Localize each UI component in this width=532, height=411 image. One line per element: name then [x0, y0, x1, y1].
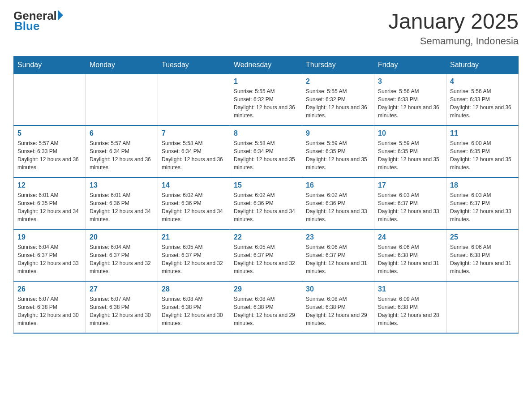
day-info: Sunrise: 6:07 AMSunset: 6:38 PMDaylight:…: [90, 295, 154, 327]
day-info: Sunrise: 6:06 AMSunset: 6:37 PMDaylight:…: [306, 243, 370, 275]
day-number: 5: [17, 129, 82, 137]
day-number: 8: [234, 129, 298, 137]
calendar-week-row: 5Sunrise: 5:57 AMSunset: 6:33 PMDaylight…: [14, 125, 519, 177]
day-of-week-header: Monday: [86, 56, 158, 74]
day-info: Sunrise: 6:01 AMSunset: 6:36 PMDaylight:…: [90, 191, 154, 223]
day-info: Sunrise: 6:02 AMSunset: 6:36 PMDaylight:…: [306, 191, 370, 223]
day-number: 17: [378, 181, 442, 189]
calendar-cell: 23Sunrise: 6:06 AMSunset: 6:37 PMDayligh…: [302, 229, 374, 281]
day-number: 20: [90, 233, 154, 241]
calendar-week-row: 12Sunrise: 6:01 AMSunset: 6:35 PMDayligh…: [14, 177, 519, 229]
calendar-cell: 27Sunrise: 6:07 AMSunset: 6:38 PMDayligh…: [86, 281, 158, 333]
calendar-cell: 9Sunrise: 5:59 AMSunset: 6:35 PMDaylight…: [302, 125, 374, 177]
day-info: Sunrise: 6:01 AMSunset: 6:35 PMDaylight:…: [17, 191, 82, 223]
calendar-cell: 24Sunrise: 6:06 AMSunset: 6:38 PMDayligh…: [374, 229, 446, 281]
calendar-week-row: 1Sunrise: 5:55 AMSunset: 6:32 PMDaylight…: [14, 74, 519, 126]
calendar-cell: 22Sunrise: 6:05 AMSunset: 6:37 PMDayligh…: [230, 229, 302, 281]
day-info: Sunrise: 6:03 AMSunset: 6:37 PMDaylight:…: [450, 191, 515, 223]
day-of-week-header: Tuesday: [158, 56, 230, 74]
day-number: 29: [234, 285, 298, 293]
day-number: 1: [234, 77, 298, 86]
calendar-cell: 2Sunrise: 5:55 AMSunset: 6:32 PMDaylight…: [302, 74, 374, 126]
day-number: 27: [90, 285, 154, 293]
calendar-cell: [158, 74, 230, 126]
day-number: 14: [162, 181, 226, 189]
calendar-cell: 12Sunrise: 6:01 AMSunset: 6:35 PMDayligh…: [14, 177, 86, 229]
calendar-cell: [14, 74, 86, 126]
day-number: 21: [162, 233, 226, 241]
day-number: 11: [450, 129, 515, 137]
calendar-table: SundayMondayTuesdayWednesdayThursdayFrid…: [13, 56, 519, 334]
day-number: 9: [306, 129, 370, 137]
day-number: 26: [17, 285, 82, 293]
calendar-cell: 1Sunrise: 5:55 AMSunset: 6:32 PMDaylight…: [230, 74, 302, 126]
day-number: 15: [234, 181, 298, 189]
calendar-cell: 26Sunrise: 6:07 AMSunset: 6:38 PMDayligh…: [14, 281, 86, 333]
day-number: 12: [17, 181, 82, 189]
day-info: Sunrise: 5:56 AMSunset: 6:33 PMDaylight:…: [450, 87, 515, 120]
day-number: 31: [378, 285, 442, 293]
day-info: Sunrise: 6:09 AMSunset: 6:38 PMDaylight:…: [378, 295, 442, 327]
day-info: Sunrise: 6:05 AMSunset: 6:37 PMDaylight:…: [162, 243, 226, 275]
calendar-week-row: 26Sunrise: 6:07 AMSunset: 6:38 PMDayligh…: [14, 281, 519, 333]
day-number: 4: [450, 77, 515, 86]
day-number: 2: [306, 77, 370, 86]
calendar-cell: 18Sunrise: 6:03 AMSunset: 6:37 PMDayligh…: [446, 177, 519, 229]
calendar-cell: 16Sunrise: 6:02 AMSunset: 6:36 PMDayligh…: [302, 177, 374, 229]
days-of-week-row: SundayMondayTuesdayWednesdayThursdayFrid…: [14, 56, 519, 74]
calendar-cell: 17Sunrise: 6:03 AMSunset: 6:37 PMDayligh…: [374, 177, 446, 229]
day-number: 10: [378, 129, 442, 137]
day-info: Sunrise: 6:06 AMSunset: 6:38 PMDaylight:…: [450, 243, 515, 275]
day-of-week-header: Sunday: [14, 56, 86, 74]
calendar-cell: 4Sunrise: 5:56 AMSunset: 6:33 PMDaylight…: [446, 74, 519, 126]
calendar-title: January 2025: [388, 9, 519, 34]
logo: General Blue: [13, 9, 63, 33]
day-number: 25: [450, 233, 515, 241]
day-number: 22: [234, 233, 298, 241]
calendar-cell: 15Sunrise: 6:02 AMSunset: 6:36 PMDayligh…: [230, 177, 302, 229]
day-of-week-header: Thursday: [302, 56, 374, 74]
day-info: Sunrise: 5:58 AMSunset: 6:34 PMDaylight:…: [234, 139, 298, 171]
day-info: Sunrise: 6:04 AMSunset: 6:37 PMDaylight:…: [90, 243, 154, 275]
day-number: 19: [17, 233, 82, 241]
day-info: Sunrise: 5:58 AMSunset: 6:34 PMDaylight:…: [162, 139, 226, 171]
day-info: Sunrise: 5:59 AMSunset: 6:35 PMDaylight:…: [378, 139, 442, 171]
day-info: Sunrise: 6:02 AMSunset: 6:36 PMDaylight:…: [162, 191, 226, 223]
calendar-cell: 5Sunrise: 5:57 AMSunset: 6:33 PMDaylight…: [14, 125, 86, 177]
logo-blue-text: Blue: [14, 19, 39, 33]
day-info: Sunrise: 6:07 AMSunset: 6:38 PMDaylight:…: [17, 295, 82, 327]
day-number: 6: [90, 129, 154, 137]
calendar-cell: [86, 74, 158, 126]
day-info: Sunrise: 5:57 AMSunset: 6:34 PMDaylight:…: [90, 139, 154, 171]
day-info: Sunrise: 6:04 AMSunset: 6:37 PMDaylight:…: [17, 243, 82, 275]
day-number: 18: [450, 181, 515, 189]
calendar-cell: [446, 281, 519, 333]
day-number: 23: [306, 233, 370, 241]
calendar-week-row: 19Sunrise: 6:04 AMSunset: 6:37 PMDayligh…: [14, 229, 519, 281]
calendar-cell: 8Sunrise: 5:58 AMSunset: 6:34 PMDaylight…: [230, 125, 302, 177]
day-number: 7: [162, 129, 226, 137]
day-number: 13: [90, 181, 154, 189]
calendar-cell: 29Sunrise: 6:08 AMSunset: 6:38 PMDayligh…: [230, 281, 302, 333]
calendar-cell: 19Sunrise: 6:04 AMSunset: 6:37 PMDayligh…: [14, 229, 86, 281]
calendar-cell: 10Sunrise: 5:59 AMSunset: 6:35 PMDayligh…: [374, 125, 446, 177]
day-info: Sunrise: 6:08 AMSunset: 6:38 PMDaylight:…: [306, 295, 370, 327]
day-number: 3: [378, 77, 442, 86]
calendar-cell: 21Sunrise: 6:05 AMSunset: 6:37 PMDayligh…: [158, 229, 230, 281]
day-info: Sunrise: 6:06 AMSunset: 6:38 PMDaylight:…: [378, 243, 442, 275]
title-area: January 2025 Semamung, Indonesia: [388, 9, 519, 47]
day-number: 24: [378, 233, 442, 241]
day-of-week-header: Saturday: [446, 56, 519, 74]
day-number: 28: [162, 285, 226, 293]
day-of-week-header: Friday: [374, 56, 446, 74]
day-info: Sunrise: 6:03 AMSunset: 6:37 PMDaylight:…: [378, 191, 442, 223]
day-info: Sunrise: 5:55 AMSunset: 6:32 PMDaylight:…: [234, 87, 298, 120]
calendar-cell: 25Sunrise: 6:06 AMSunset: 6:38 PMDayligh…: [446, 229, 519, 281]
calendar-cell: 11Sunrise: 6:00 AMSunset: 6:35 PMDayligh…: [446, 125, 519, 177]
day-info: Sunrise: 6:05 AMSunset: 6:37 PMDaylight:…: [234, 243, 298, 275]
logo-triangle-icon: [58, 10, 63, 21]
day-info: Sunrise: 5:59 AMSunset: 6:35 PMDaylight:…: [306, 139, 370, 171]
day-info: Sunrise: 6:02 AMSunset: 6:36 PMDaylight:…: [234, 191, 298, 223]
header: General Blue January 2025 Semamung, Indo…: [13, 9, 519, 47]
day-info: Sunrise: 6:00 AMSunset: 6:35 PMDaylight:…: [450, 139, 515, 171]
